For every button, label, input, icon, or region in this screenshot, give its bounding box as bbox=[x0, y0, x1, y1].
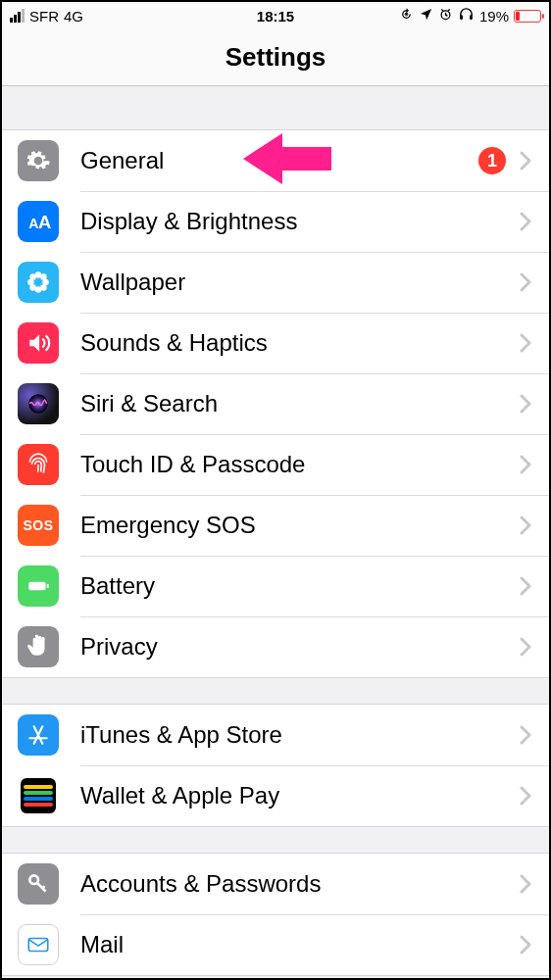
settings-row-accounts-passwords[interactable]: Accounts & Passwords bbox=[2, 854, 549, 914]
network-label: 4G bbox=[64, 8, 83, 24]
carrier-label: SFR bbox=[29, 8, 59, 24]
siri-icon bbox=[18, 383, 59, 424]
chevron-right-icon bbox=[520, 576, 531, 596]
speaker-icon bbox=[18, 322, 59, 364]
headphones-icon bbox=[458, 6, 475, 25]
gear-icon bbox=[18, 140, 59, 181]
svg-point-17 bbox=[28, 394, 48, 414]
wallet-icon bbox=[18, 775, 59, 816]
chevron-right-icon bbox=[520, 786, 531, 806]
settings-row-sounds-haptics[interactable]: Sounds & Haptics bbox=[2, 313, 549, 373]
svg-rect-4 bbox=[470, 15, 473, 20]
settings-group: iTunes & App StoreWallet & Apple Pay bbox=[2, 704, 549, 827]
settings-row-display-brightness[interactable]: AADisplay & Brightness bbox=[2, 191, 549, 252]
settings-row-touch-id-passcode[interactable]: Touch ID & Passcode bbox=[2, 434, 549, 495]
row-label: Siri & Search bbox=[80, 390, 520, 417]
svg-rect-19 bbox=[47, 584, 49, 588]
hand-icon bbox=[18, 626, 59, 667]
nav-header: Settings bbox=[2, 29, 549, 86]
battery-icon bbox=[514, 10, 541, 23]
group-separator bbox=[2, 678, 549, 704]
row-label: Touch ID & Passcode bbox=[80, 451, 520, 478]
envelope-icon bbox=[18, 924, 59, 965]
orientation-lock-icon bbox=[399, 7, 414, 24]
settings-row-privacy[interactable]: Privacy bbox=[2, 616, 549, 677]
battery-percent-label: 19% bbox=[479, 8, 509, 24]
chevron-right-icon bbox=[520, 151, 531, 171]
svg-rect-1 bbox=[406, 13, 408, 15]
status-right: 19% bbox=[399, 6, 541, 25]
settings-row-general[interactable]: General1 bbox=[2, 130, 549, 191]
chevron-right-icon bbox=[520, 394, 531, 414]
cellular-signal-icon bbox=[10, 9, 25, 23]
svg-point-14 bbox=[29, 284, 35, 291]
alarm-icon bbox=[438, 7, 453, 24]
group-separator bbox=[2, 86, 549, 129]
row-label: General bbox=[80, 147, 478, 174]
svg-text:A: A bbox=[38, 212, 51, 232]
svg-point-12 bbox=[29, 273, 35, 280]
chevron-right-icon bbox=[520, 212, 531, 231]
svg-point-15 bbox=[40, 284, 46, 291]
row-label: Wallet & Apple Pay bbox=[80, 782, 520, 809]
svg-point-20 bbox=[29, 875, 38, 884]
chevron-right-icon bbox=[520, 455, 531, 474]
settings-row-wallet-apple-pay[interactable]: Wallet & Apple Pay bbox=[2, 765, 549, 826]
row-label: Mail bbox=[80, 931, 520, 958]
page-title: Settings bbox=[225, 42, 326, 73]
settings-row-battery[interactable]: Battery bbox=[2, 556, 549, 616]
group-separator bbox=[2, 827, 549, 853]
settings-row-mail[interactable]: Mail bbox=[2, 914, 549, 975]
chevron-right-icon bbox=[520, 725, 531, 745]
row-label: Battery bbox=[80, 572, 520, 600]
svg-point-16 bbox=[35, 279, 42, 286]
notification-badge: 1 bbox=[478, 147, 506, 174]
status-bar: SFR 4G 18:15 19% bbox=[2, 2, 549, 29]
settings-row-wallpaper[interactable]: Wallpaper bbox=[2, 252, 549, 313]
location-icon bbox=[419, 7, 433, 24]
row-label: iTunes & App Store bbox=[80, 721, 520, 749]
chevron-right-icon bbox=[520, 874, 531, 894]
battery-icon bbox=[18, 565, 59, 607]
appstore-icon bbox=[18, 714, 59, 756]
svg-rect-18 bbox=[28, 582, 45, 591]
settings-group: General1AADisplay & BrightnessWallpaperS… bbox=[2, 129, 549, 678]
svg-text:A: A bbox=[28, 216, 38, 231]
chevron-right-icon bbox=[520, 935, 531, 955]
row-label: Sounds & Haptics bbox=[80, 329, 520, 357]
svg-rect-21 bbox=[28, 939, 48, 952]
chevron-right-icon bbox=[520, 333, 531, 353]
settings-row-siri-search[interactable]: Siri & Search bbox=[2, 373, 549, 434]
svg-rect-3 bbox=[460, 15, 463, 20]
status-left: SFR 4G bbox=[10, 8, 83, 24]
svg-point-13 bbox=[40, 273, 46, 280]
settings-row-emergency-sos[interactable]: SOSEmergency SOS bbox=[2, 495, 549, 556]
row-label: Emergency SOS bbox=[80, 512, 520, 539]
row-label: Accounts & Passwords bbox=[80, 870, 520, 898]
fingerprint-icon bbox=[18, 444, 59, 485]
chevron-right-icon bbox=[520, 272, 531, 292]
flower-icon bbox=[18, 262, 59, 303]
settings-list: General1AADisplay & BrightnessWallpaperS… bbox=[2, 86, 549, 976]
sos-icon: SOS bbox=[18, 505, 59, 546]
row-label: Display & Brightness bbox=[80, 208, 520, 235]
settings-group: Accounts & PasswordsMail bbox=[2, 853, 549, 976]
key-icon bbox=[18, 863, 59, 905]
row-label: Privacy bbox=[80, 633, 520, 661]
text-size-icon: AA bbox=[18, 201, 59, 242]
row-label: Wallpaper bbox=[80, 269, 520, 296]
chevron-right-icon bbox=[520, 515, 531, 535]
chevron-right-icon bbox=[520, 637, 531, 657]
settings-row-itunes-app-store[interactable]: iTunes & App Store bbox=[2, 705, 549, 765]
